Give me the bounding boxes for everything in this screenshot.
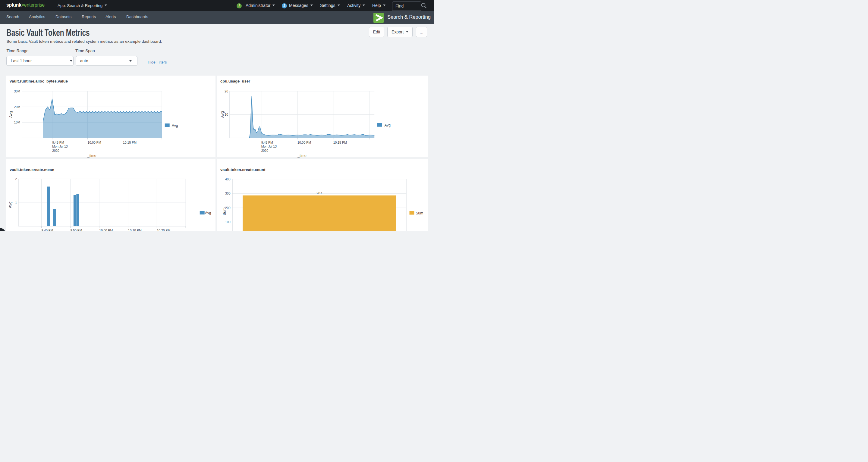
svg-text:_time: _time [297,154,307,158]
svg-text:Mon Jul 13: Mon Jul 13 [52,144,68,148]
svg-text:2: 2 [15,177,17,181]
svg-text:10:15 PM: 10:15 PM [123,141,136,144]
svg-text:10:15 PM: 10:15 PM [333,141,347,144]
svg-text:Avg: Avg [8,201,12,208]
svg-text:20: 20 [224,90,228,93]
svg-text:Avg: Avg [384,123,390,127]
svg-text:9:45 PM: 9:45 PM [52,141,64,144]
svg-text:400: 400 [225,177,230,181]
svg-text:Sum: Sum [416,211,424,215]
svg-text:10: 10 [224,113,228,116]
svg-text:300: 300 [225,192,230,195]
svg-text:9:45 PM: 9:45 PM [261,141,273,144]
svg-text:30M: 30M [14,90,20,93]
svg-text:10:00 PM: 10:00 PM [88,141,101,144]
svg-text:100: 100 [225,220,230,224]
svg-text:vault.token.create.mean: vault.token.create.mean [10,167,54,172]
svg-text:vault.runtime.alloc_bytes.valu: vault.runtime.alloc_bytes.value [10,79,68,84]
svg-text:2020: 2020 [261,149,269,153]
svg-text:287: 287 [316,191,322,195]
svg-text:Avg: Avg [8,111,13,118]
svg-text:_time: _time [87,154,96,158]
svg-text:2020: 2020 [52,149,59,153]
svg-text:Avg: Avg [205,211,211,215]
svg-text:Sum: Sum [222,207,227,216]
svg-text:10:00 PM: 10:00 PM [298,141,311,144]
svg-text:Avg: Avg [172,124,178,128]
svg-text:vault.token.create.count: vault.token.create.count [220,167,266,172]
svg-text:20M: 20M [14,105,20,109]
svg-text:10:00 PM: 10:00 PM [99,229,113,231]
svg-text:Avg: Avg [220,111,224,118]
svg-text:10:10 PM: 10:10 PM [128,229,142,231]
svg-text:cpu.usage_user: cpu.usage_user [220,79,250,84]
svg-text:10M: 10M [14,121,20,124]
svg-text:Mon Jul 13: Mon Jul 13 [261,144,277,148]
svg-text:10:20 PM: 10:20 PM [157,229,170,231]
svg-text:1: 1 [15,201,17,204]
svg-text:9:50 PM: 9:50 PM [70,229,82,231]
svg-text:9:40 PM: 9:40 PM [41,229,53,231]
